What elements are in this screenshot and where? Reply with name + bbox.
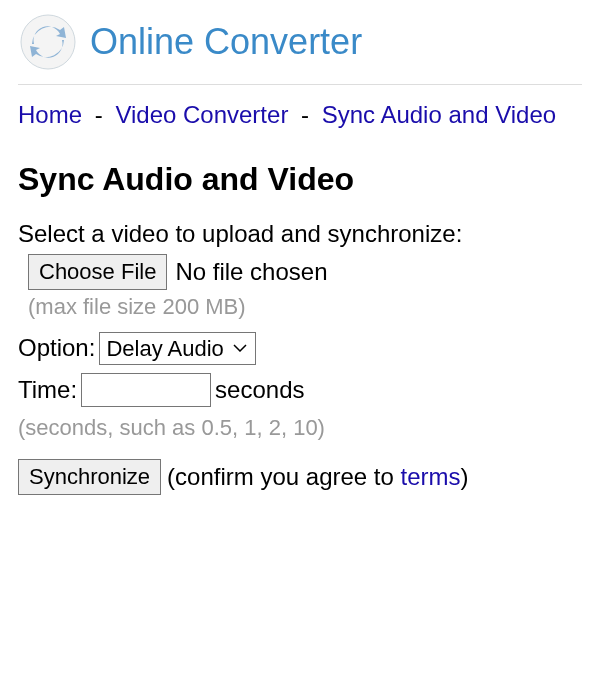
confirm-suffix: ) xyxy=(461,463,469,490)
time-input[interactable] xyxy=(81,373,211,407)
breadcrumb-sep: - xyxy=(301,101,309,128)
site-title[interactable]: Online Converter xyxy=(90,21,362,63)
time-label: Time: xyxy=(18,376,77,404)
terms-link[interactable]: terms xyxy=(401,463,461,490)
choose-file-button[interactable]: Choose File xyxy=(28,254,167,290)
confirm-text: (confirm you agree to terms) xyxy=(167,463,468,491)
option-row: Option: Delay Audio xyxy=(18,332,582,365)
site-logo-icon xyxy=(18,12,78,72)
upload-instruction: Select a video to upload and synchronize… xyxy=(18,220,582,248)
file-status-label: No file chosen xyxy=(175,258,327,286)
file-size-hint: (max file size 200 MB) xyxy=(18,294,582,320)
option-select[interactable]: Delay Audio xyxy=(99,332,256,365)
option-label: Option: xyxy=(18,334,95,362)
page-title: Sync Audio and Video xyxy=(18,161,582,198)
breadcrumb-video-converter-link[interactable]: Video Converter xyxy=(115,101,288,128)
time-unit-label: seconds xyxy=(215,376,304,404)
svg-point-0 xyxy=(21,15,75,69)
submit-row: Synchronize (confirm you agree to terms) xyxy=(18,459,582,495)
time-row: Time: seconds xyxy=(18,373,582,407)
synchronize-button[interactable]: Synchronize xyxy=(18,459,161,495)
breadcrumb-current-link[interactable]: Sync Audio and Video xyxy=(322,101,556,128)
site-header: Online Converter xyxy=(18,12,582,85)
confirm-prefix: (confirm you agree to xyxy=(167,463,400,490)
time-hint: (seconds, such as 0.5, 1, 2, 10) xyxy=(18,415,582,441)
file-row: Choose File No file chosen xyxy=(18,254,582,290)
breadcrumb-home-link[interactable]: Home xyxy=(18,101,82,128)
breadcrumb-sep: - xyxy=(95,101,103,128)
breadcrumb: Home - Video Converter - Sync Audio and … xyxy=(18,95,582,136)
